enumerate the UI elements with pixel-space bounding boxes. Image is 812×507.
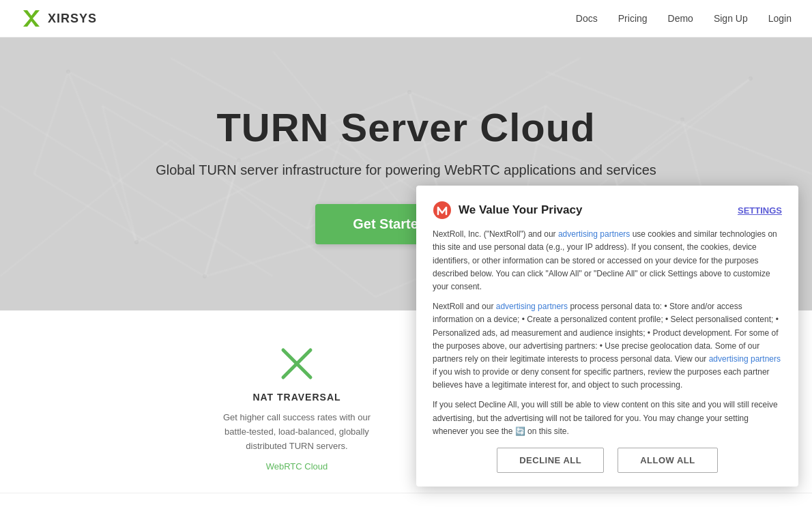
privacy-modal: We Value Your Privacy SETTINGS NextRoll,… [416,186,798,487]
nat-traversal-desc: Get higher call success rates with our b… [215,411,379,453]
navbar: XIRSYS Docs Pricing Demo Sign Up Login [0,0,812,38]
modal-body-para2: NextRoll and our advertising partners pr… [433,300,782,392]
nav-login[interactable]: Login [768,13,792,24]
svg-point-41 [749,76,753,81]
logo-icon [20,8,42,29]
modal-link-3[interactable]: advertising partners [709,354,781,364]
svg-point-46 [203,274,207,278]
svg-point-39 [407,90,411,94]
modal-body: NextRoll, Inc. ("NextRoll") and our adve… [433,228,782,438]
nav-pricing[interactable]: Pricing [618,13,648,24]
modal-link-1[interactable]: advertising partners [558,229,630,239]
modal-footer: DECLINE ALL ALLOW ALL [433,448,782,473]
nav-signup[interactable]: Sign Up [714,13,748,24]
nat-traversal-title: NAT TRAVERSAL [215,392,379,403]
nav-demo[interactable]: Demo [668,13,693,24]
svg-marker-0 [23,10,40,27]
modal-settings-link[interactable]: SETTINGS [738,205,782,216]
nat-traversal-icon [215,345,379,382]
nav-docs[interactable]: Docs [576,13,598,24]
decline-all-button[interactable]: DECLINE ALL [497,448,604,473]
feature-nat-traversal: NAT TRAVERSAL Get higher call success ra… [215,345,379,472]
svg-point-37 [66,70,70,74]
logo[interactable]: XIRSYS [20,8,97,29]
navbar-links: Docs Pricing Demo Sign Up Login [576,13,792,24]
svg-point-42 [134,240,139,244]
modal-body-para1: NextRoll, Inc. ("NextRoll") and our adve… [433,228,782,293]
svg-point-55 [433,201,451,219]
svg-point-45 [680,117,684,121]
modal-title: We Value Your Privacy [459,203,582,217]
nextroll-logo-icon [433,201,452,220]
modal-header-left: We Value Your Privacy [433,201,582,220]
modal-link-2[interactable]: advertising partners [496,302,568,311]
trusted-bar: TRUSTED BY THOUSANDS OF THE WORLD'S TOP … [0,493,812,507]
modal-body-para3: If you select Decline All, you will stil… [433,399,782,438]
modal-header: We Value Your Privacy SETTINGS [433,201,782,220]
allow-all-button[interactable]: ALLOW ALL [618,448,718,473]
hero-subtitle: Global TURN server infrastructure for po… [156,162,656,178]
nat-traversal-link[interactable]: WebRTC Cloud [266,461,328,472]
logo-text: XIRSYS [48,12,97,26]
hero-title: TURN Server Cloud [156,104,656,150]
